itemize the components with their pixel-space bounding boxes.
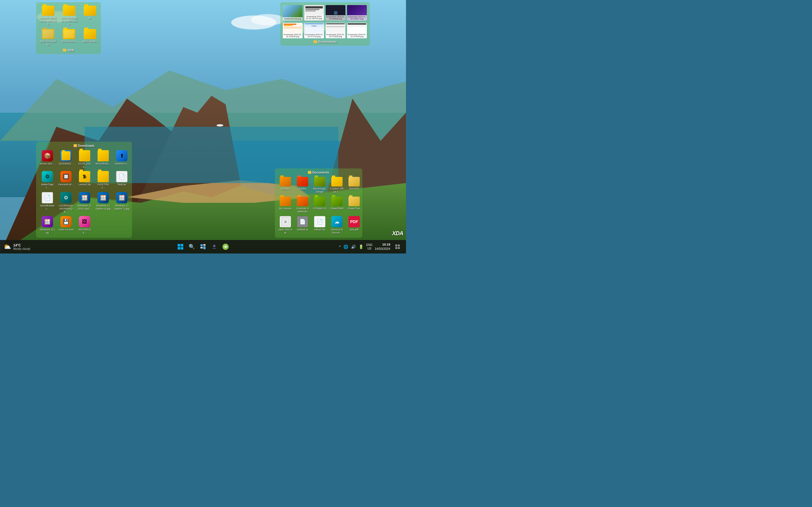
documents-icon-grid: 3DMark Adobe Blackmagic Design Custom Of… — [277, 176, 360, 235]
xda-group-title: XDA — [38, 48, 99, 52]
dl-windows11-opt7[interactable]: 🪟 Windows 11 (option 7).jpg — [113, 191, 131, 214]
downloads-icon-grid: 📦 winrar-x64-... 161546302... 10125_icon… — [38, 149, 130, 235]
svg-rect-19 — [203, 244, 206, 245]
doc-pcmark10[interactable]: PCMark 10 — [312, 195, 328, 214]
tray-battery[interactable]: 🔋 — [358, 244, 364, 249]
folder-label: Best laptops — [83, 40, 97, 43]
screenshot-1[interactable]: Screenshot (8).png — [283, 4, 303, 21]
downloads-folder-group: Downloads 📦 winrar-x64-... 161546302... … — [36, 142, 132, 238]
doc-powershell[interactable]: PowerShell — [329, 195, 345, 214]
dl-rufus[interactable]: 💾 rufus-4.4.exe — [57, 215, 75, 235]
screenshot-2[interactable]: Screenshot 2024-01-15 233701.png — [304, 4, 324, 21]
doc-my-games[interactable]: My Games — [277, 195, 294, 214]
taskbar: ⛅ 14°C Mostly cloudy 🔍 — [0, 240, 406, 253]
doc-test-pdf[interactable]: PDF test.pdf — [346, 215, 362, 235]
xda-watermark: XDA — [392, 230, 403, 237]
screenshot-8[interactable]: Screenshot 2024-01-16 073449.png — [347, 22, 367, 39]
doc-shortcut[interactable]: ☁ Shortcut to Docum... — [329, 215, 345, 235]
screenshots-grid: Screenshot (8).png Screenshot 2024-01-15… — [283, 4, 368, 39]
start-button[interactable] — [175, 242, 186, 252]
dl-lenovo-zip[interactable]: 🗜 Lenovo.zip — [75, 170, 94, 190]
screenshot-6[interactable]: PCMark Screenshot 2024-01-16 071742.png — [304, 22, 324, 39]
dl-bettertogether[interactable]: ⚙ BetterToge t... — [38, 170, 56, 190]
dl-yaoctru[interactable]: YAOCTRU v... — [94, 170, 112, 190]
sys-tray-icons: ^ 🌐 🔊 🔋 — [339, 244, 364, 249]
xda-folder-icon — [63, 49, 66, 52]
taskbar-weather[interactable]: ⛅ 14°C Mostly cloudy — [3, 243, 31, 250]
doc-maxon[interactable]: MAXON — [346, 176, 362, 194]
svg-point-22 — [213, 245, 215, 247]
dl-windows12[interactable]: 🪟 Windows 12.jpg — [38, 215, 56, 235]
dl-10125-icons[interactable]: 10125_icons... — [75, 149, 94, 170]
tray-volume[interactable]: 🔊 — [350, 244, 356, 249]
doc-powertoys[interactable]: PowerToys — [346, 195, 362, 214]
documents-group-title: Documents — [277, 171, 360, 174]
language-indicator[interactable]: ENG US — [366, 243, 372, 250]
dl-win10button[interactable]: Win10Butto... — [94, 149, 112, 170]
screenshot-7[interactable]: Screenshot 2024-01-16 073239.png — [325, 22, 346, 39]
dl-161546302[interactable]: 161546302... — [57, 149, 75, 170]
screenshots-folder-group: Screenshot (8).png Screenshot 2024-01-15… — [280, 2, 370, 46]
taskbar-system-tray: ^ 🌐 🔊 🔋 ENG US 10:19 14/03/2024 — [339, 242, 403, 252]
svg-point-2 — [251, 14, 285, 25]
svg-rect-18 — [200, 244, 203, 246]
folder-best-antivirus[interactable]: Best antivirus — [59, 28, 79, 47]
svg-rect-17 — [181, 247, 183, 249]
svg-rect-16 — [177, 247, 180, 249]
svg-rect-24 — [398, 244, 400, 246]
svg-rect-23 — [395, 244, 397, 246]
folder-best-laptops[interactable]: Best laptops — [80, 28, 100, 47]
taskbar-teams-button[interactable] — [209, 242, 219, 252]
doc-onenote[interactable]: OneNote Notebooks — [294, 195, 311, 214]
dl-fences9[interactable]: 🔲 Fences9-sil... — [57, 170, 75, 190]
folder-asus-zenbook[interactable]: Asus Zenbook 14 OLED review — [59, 4, 79, 27]
weather-info: 14°C Mostly cloudy — [13, 243, 31, 250]
downloads-group-title: Downloads — [38, 144, 130, 147]
svg-rect-26 — [398, 247, 400, 249]
folder-label: Best accessories — [40, 40, 57, 46]
svg-rect-25 — [395, 247, 397, 249]
taskbar-search-button[interactable]: 🔍 — [187, 242, 197, 252]
folder-best-accessories[interactable]: Best accessories — [38, 28, 58, 47]
documents-folder-group: Documents 3DMark Adobe Blackmagic Design — [275, 168, 362, 238]
folder-activate-windows[interactable]: Activate Windows 11 with CMD — [38, 4, 58, 27]
svg-rect-14 — [177, 244, 180, 246]
dl-windows11-opt4[interactable]: 🪟 Windows 11 (option 4).jpg — [94, 191, 112, 214]
svg-rect-21 — [203, 246, 206, 249]
screenshot-4[interactable]: Screenshot 2024-01-15 103817.png — [347, 4, 367, 21]
xda-icon-grid: Activate Windows 11 with CMD Asus Zenboo… — [38, 4, 99, 47]
dl-3597065156[interactable]: 🖼 3597065156... — [75, 215, 94, 235]
doc-blackmagic[interactable]: Blackmagic Design — [312, 176, 328, 194]
doc-3dmark[interactable]: 3DMark — [277, 176, 294, 194]
folder-label: Asus Zenbook 14 OLED review — [60, 17, 78, 25]
xda-folder-group: Activate Windows 11 with CMD Asus Zenboo… — [36, 2, 101, 54]
doc-custom-office[interactable]: Custom Office 1... — [329, 176, 345, 194]
screenshots-group-title: Screenshots — [283, 40, 368, 43]
dl-winrar[interactable]: 📦 winrar-x64-... — [38, 149, 56, 170]
screenshot-3[interactable]: ⊞ Screenshot 2024-01-15 094608.png — [325, 4, 346, 21]
taskbar-multiboard-button[interactable]: ⊕ — [220, 242, 231, 252]
tray-icon-1[interactable]: 🌐 — [343, 244, 349, 249]
screenshot-5[interactable]: Screenshot 2024-01-16 135228.png — [283, 22, 303, 39]
dl-windows11-2024[interactable]: 🪟 Windows 11 2024 Upd... — [75, 191, 94, 214]
folder-label: Best antivirus — [61, 40, 77, 43]
dl-lgultragem[interactable]: ⚙ LGUltraGear 49GR90SQE... — [57, 191, 75, 214]
system-clock[interactable]: 10:19 14/03/2024 — [375, 242, 390, 251]
weather-icon: ⛅ — [3, 243, 11, 250]
taskbar-widgets-button[interactable] — [198, 242, 208, 252]
folder-be[interactable]: Be — [80, 4, 100, 27]
doc-sdivshlist[interactable]: 📄 sdivsh.list — [312, 215, 328, 235]
screenshots-folder-icon — [313, 40, 317, 43]
doc-clear-dns[interactable]: ⚙ clear DNS.bat — [277, 215, 294, 235]
tray-chevron[interactable]: ^ — [339, 244, 342, 249]
dl-testuar[interactable]: 📄 TestUar — [113, 170, 131, 190]
svg-rect-20 — [200, 247, 203, 248]
doc-default-rp[interactable]: 📄 Default.rp — [294, 215, 311, 235]
taskbar-center-icons: 🔍 ⊕ — [175, 242, 231, 252]
dl-soundkeeper[interactable]: 📄 soundKeeper... — [38, 191, 56, 214]
dl-starthv2[interactable]: ⬆ StartHv2-s... — [113, 149, 131, 170]
notification-center-button[interactable] — [393, 242, 403, 252]
svg-point-13 — [216, 124, 223, 126]
downloads-folder-icon — [73, 144, 77, 147]
doc-adobe[interactable]: Adobe — [294, 176, 311, 194]
